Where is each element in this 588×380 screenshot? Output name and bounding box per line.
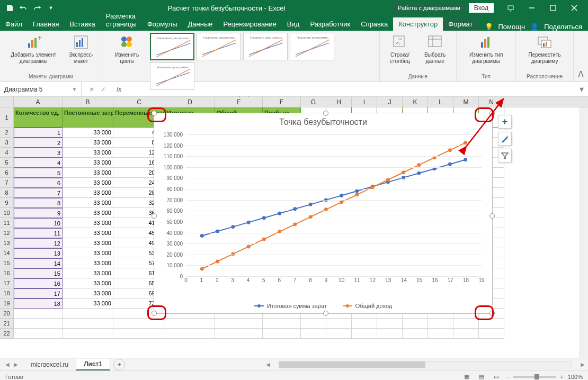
data-cell[interactable]: 10 [14,218,63,228]
tab-formulas[interactable]: Формулы [142,17,183,31]
move-chart-button[interactable]: Переместить диаграмму [520,33,569,66]
column-header[interactable]: G [301,97,326,107]
row-header[interactable]: 2 [0,128,14,138]
chart-style-2[interactable]: Название диаграммы [197,33,241,60]
embedded-chart[interactable]: Точка безубыточности 010 00020 00030 000… [154,113,493,314]
data-cell[interactable]: 33 000 [63,228,113,238]
chart-filters-button[interactable] [498,149,512,162]
sheet-nav[interactable]: ◄► [0,361,23,368]
minimize-icon[interactable] [524,3,539,13]
row-header[interactable]: 6 [0,168,14,178]
tab-file[interactable]: Файл [0,17,28,31]
chart-style-4[interactable]: Название диаграммы [290,33,334,60]
chart-handle-n[interactable] [323,111,328,116]
data-cell[interactable]: 2 [14,138,63,148]
tab-review[interactable]: Рецензирование [218,17,281,31]
header-cell[interactable]: Количество ед. товара [14,107,63,128]
column-header[interactable]: L [428,97,453,107]
data-cell[interactable]: 33 000 [63,278,113,288]
data-cell[interactable]: 7 [14,188,63,198]
column-header[interactable]: J [377,97,403,107]
data-cell[interactable]: 15 [14,268,63,278]
chart-styles-button[interactable] [498,132,512,146]
add-chart-element-button[interactable]: + Добавить элемент диаграммы [4,33,63,66]
cancel-formula-icon[interactable]: ✕ [89,86,94,93]
row-header[interactable]: 22 [0,329,14,339]
column-header[interactable]: B [63,97,113,107]
data-cell[interactable]: 33 000 [63,248,113,258]
hscroll-left-icon[interactable]: ◄ [263,361,273,368]
sheet-tab-2[interactable]: Лист1 [76,359,110,370]
row-header[interactable]: 13 [0,238,14,248]
tell-me-label[interactable]: Помощн [498,23,525,31]
column-header[interactable]: D [165,97,215,107]
name-box[interactable]: Диаграмма 5 ▼ [0,82,82,96]
data-cell[interactable]: 33 000 [63,178,113,188]
data-cell[interactable]: 14 [14,258,63,268]
data-cell[interactable]: 33 000 [63,158,113,168]
data-cell[interactable]: 13 [14,248,63,258]
close-icon[interactable] [567,3,582,13]
row-header[interactable]: 18 [0,288,14,298]
accept-formula-icon[interactable]: ✓ [101,86,106,93]
maximize-icon[interactable] [546,3,560,13]
data-cell[interactable]: 6 [14,178,63,188]
data-cell[interactable]: 3 [14,148,63,158]
row-header[interactable]: 14 [0,248,14,258]
legend-item-1[interactable]: .legend-item:nth-child(1) .legend-swatch… [254,303,327,309]
data-cell[interactable]: 33 000 [63,198,113,208]
column-header[interactable]: C [113,97,165,107]
data-cell[interactable]: 12 [14,238,63,248]
collapse-ribbon-icon[interactable]: ᐱ [574,67,588,82]
tab-view[interactable]: Вид [282,17,305,31]
tell-me-icon[interactable]: 💡 [485,23,493,31]
page-break-view-icon[interactable]: ▭ [491,373,502,381]
data-cell[interactable]: 8 [14,198,63,208]
chart-handle-e[interactable] [489,213,495,219]
tab-developer[interactable]: Разработчик [305,17,355,31]
zoom-level[interactable]: 100% [568,374,583,380]
row-header[interactable]: 20 [0,309,14,319]
column-header[interactable]: H [326,97,352,107]
share-label[interactable]: Поделиться [544,23,582,31]
data-cell[interactable]: 4 [14,158,63,168]
column-header[interactable]: E [215,97,263,107]
chart-legend[interactable]: .legend-item:nth-child(1) .legend-swatch… [154,303,492,309]
zoom-slider[interactable] [513,376,556,378]
data-cell[interactable]: 33 000 [63,168,113,178]
row-header[interactable]: 19 [0,298,14,309]
row-header[interactable]: 1 [0,107,14,128]
horizontal-scrollbar[interactable] [279,361,572,368]
zoom-out-icon[interactable]: − [506,374,509,380]
expand-formula-bar-icon[interactable]: ▾ [575,84,588,94]
row-header[interactable]: 16 [0,268,14,278]
column-header[interactable]: F [263,97,301,107]
row-header[interactable]: 3 [0,138,14,148]
chart-plot-area[interactable]: 010 00020 00030 00040 00050 00060 00070 … [186,134,482,276]
hscroll-right-icon[interactable]: ► [577,361,588,368]
row-header[interactable]: 15 [0,258,14,268]
data-cell[interactable]: 9 [14,208,63,218]
row-header[interactable]: 10 [0,208,14,218]
legend-item-2[interactable]: .legend-item:nth-child(2) .legend-swatch… [343,303,392,309]
data-cell[interactable]: 33 000 [63,148,113,158]
data-cell[interactable]: 16 [14,278,63,288]
row-header[interactable]: 21 [0,319,14,329]
row-header[interactable]: 9 [0,198,14,208]
data-cell[interactable]: 33 000 [63,128,113,138]
chart-elements-button[interactable]: + [498,115,512,129]
data-cell[interactable]: 33 000 [63,238,113,248]
select-data-button[interactable]: Выбрать данные [418,33,452,66]
data-cell[interactable]: 5 [14,168,63,178]
share-icon[interactable]: 👤 [530,23,539,31]
row-header[interactable]: 5 [0,158,14,168]
ribbon-options-icon[interactable] [503,3,518,13]
data-cell[interactable]: 33 000 [63,188,113,198]
vertical-scrollbar[interactable] [580,107,588,358]
data-cell[interactable]: 18 [14,298,63,309]
switch-row-column-button[interactable]: Строка/столбец [384,33,416,66]
data-cell[interactable]: 17 [14,288,63,298]
tab-page-layout[interactable]: Разметка страницы [101,10,142,31]
chart-handle-s[interactable] [323,311,328,316]
data-cell[interactable]: 33 000 [63,258,113,268]
